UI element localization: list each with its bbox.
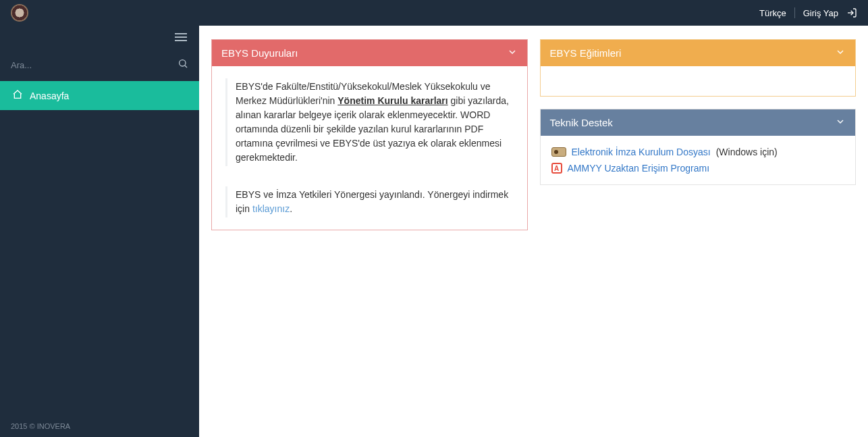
login-icon[interactable]	[846, 7, 857, 18]
support-suffix: (Windows için)	[716, 147, 778, 157]
announcement-download-link[interactable]: tıklayınız	[252, 203, 290, 214]
panel-trainings: EBYS Eğitimleri	[540, 39, 857, 97]
announcement-item: EBYS'de Fakülte/Enstitü/Yüksekokul/Mesle…	[225, 78, 514, 166]
svg-line-5	[185, 66, 187, 68]
sidebar-footer: 2015 © INOVERA	[0, 415, 199, 437]
chevron-down-icon	[835, 116, 846, 129]
topbar: Türkçe Giriş Yap	[0, 0, 868, 26]
chevron-down-icon	[507, 47, 518, 59]
announcement-text-underline: Yönetim Kurulu kararları	[337, 95, 447, 106]
content-grid: EBYS Duyuruları EBYS'de Fakülte/Enstitü/…	[211, 39, 856, 242]
panel-support-header[interactable]: Teknik Destek	[541, 109, 856, 136]
search-icon[interactable]	[178, 58, 188, 72]
support-link-esign[interactable]: Elektronik İmza Kurulum Dosyası	[572, 147, 711, 157]
login-link[interactable]: Giriş Yap	[803, 8, 838, 18]
announcement-text-post: .	[290, 203, 292, 214]
content: EBYS Duyuruları EBYS'de Fakülte/Enstitü/…	[199, 26, 868, 437]
svg-rect-1	[175, 33, 187, 34]
key-icon	[551, 147, 566, 157]
app-logo[interactable]	[11, 4, 28, 22]
panel-trainings-header[interactable]: EBYS Eğitimleri	[541, 40, 856, 66]
col-left: EBYS Duyuruları EBYS'de Fakülte/Enstitü/…	[211, 39, 528, 242]
search-input[interactable]	[11, 60, 178, 70]
col-right: EBYS Eğitimleri Teknik Destek Elektronik…	[540, 39, 857, 197]
announcement-item: EBYS ve İmza Yetkileri Yönergesi yayınla…	[225, 186, 514, 217]
layout: Anasayfa 2015 © INOVERA EBYS Duyuruları …	[0, 26, 868, 437]
chevron-down-icon	[835, 47, 846, 59]
panel-support-title: Teknik Destek	[550, 117, 613, 128]
language-switch[interactable]: Türkçe	[759, 8, 786, 18]
panel-announcements-header[interactable]: EBYS Duyuruları	[212, 40, 527, 66]
svg-rect-2	[175, 36, 187, 38]
support-row: A AMMYY Uzaktan Erişim Programı	[551, 160, 845, 176]
panel-trainings-body	[541, 66, 856, 96]
panel-announcements: EBYS Duyuruları EBYS'de Fakülte/Enstitü/…	[211, 39, 528, 230]
nav: Anasayfa	[0, 81, 199, 110]
nav-home[interactable]: Anasayfa	[0, 81, 199, 110]
svg-point-4	[180, 60, 186, 66]
home-icon	[12, 89, 23, 102]
support-row: Elektronik İmza Kurulum Dosyası (Windows…	[551, 144, 845, 160]
panel-support-body: Elektronik İmza Kurulum Dosyası (Windows…	[541, 136, 856, 184]
menu-icon	[175, 31, 187, 46]
svg-rect-3	[175, 40, 187, 41]
panel-support: Teknik Destek Elektronik İmza Kurulum Do…	[540, 109, 857, 185]
sidebar: Anasayfa 2015 © INOVERA	[0, 26, 199, 437]
divider	[794, 7, 795, 18]
nav-home-label: Anasayfa	[30, 91, 69, 101]
panel-announcements-body: EBYS'de Fakülte/Enstitü/Yüksekokul/Mesle…	[212, 66, 527, 230]
sidebar-toggle[interactable]	[0, 26, 199, 53]
panel-trainings-title: EBYS Eğitimleri	[550, 47, 622, 59]
support-link-ammyy[interactable]: AMMYY Uzaktan Erişim Programı	[568, 163, 710, 174]
search-row	[0, 53, 199, 81]
panel-announcements-title: EBYS Duyuruları	[221, 47, 298, 59]
topbar-right: Türkçe Giriş Yap	[759, 7, 857, 18]
ammyy-icon: A	[551, 163, 562, 174]
